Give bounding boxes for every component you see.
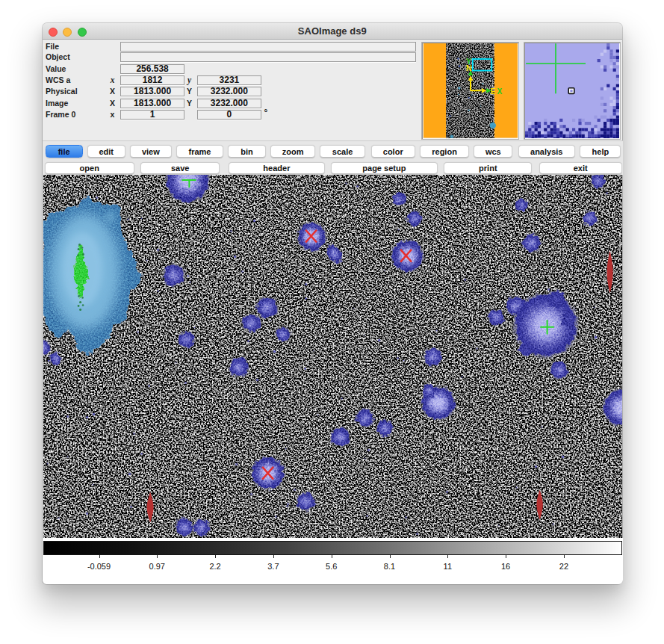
svg-text:E: E (490, 87, 495, 96)
svg-text:N: N (466, 65, 471, 73)
svg-text:X: X (497, 87, 502, 96)
